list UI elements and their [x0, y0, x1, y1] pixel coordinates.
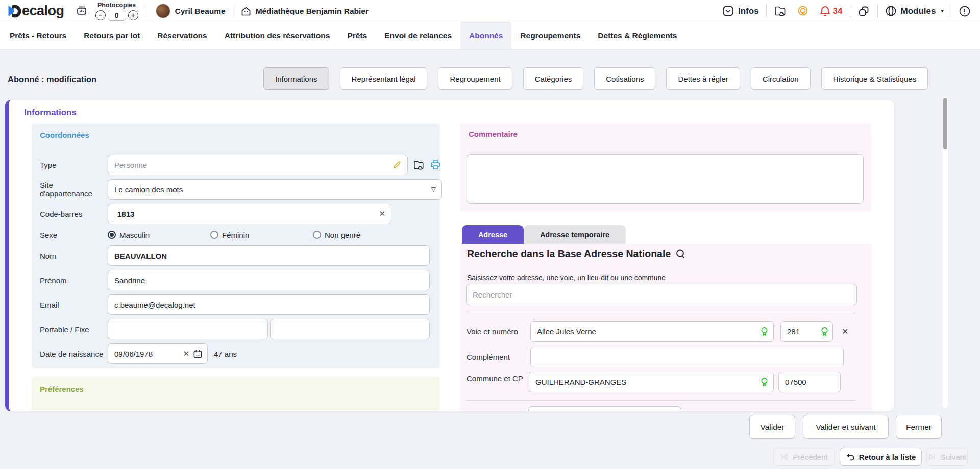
- postal-code-input[interactable]: [778, 372, 841, 392]
- decalog-logo-icon: [7, 4, 21, 19]
- notification-bell-icon[interactable]: [819, 5, 831, 17]
- validate-button[interactable]: Valider: [749, 415, 795, 439]
- decalog-logo[interactable]: ecalog: [7, 3, 64, 19]
- preferences-title: Préférences: [40, 385, 432, 393]
- nav-abonnes[interactable]: Abonnés: [460, 22, 511, 49]
- commentaire-section: Commentaire: [460, 124, 871, 211]
- tab-regroupement[interactable]: Regroupement: [438, 67, 512, 90]
- info-circle-icon[interactable]: [959, 5, 971, 17]
- nav-dettes-reglements[interactable]: Dettes & Règlements: [589, 22, 685, 49]
- vertical-scrollbar[interactable]: [943, 97, 948, 408]
- close-button[interactable]: Fermer: [896, 415, 942, 439]
- nav-envoi-relances[interactable]: Envoi de relances: [376, 22, 460, 49]
- photocopies-decrement-button[interactable]: −: [95, 10, 106, 20]
- calendar-icon[interactable]: [193, 349, 203, 359]
- ban-valid-icon: [760, 327, 769, 337]
- folder-cloud-icon[interactable]: [774, 5, 787, 17]
- sexe-label: Sexe: [40, 231, 108, 239]
- photocopies-label: Photocopies: [95, 2, 139, 9]
- site-row: Site d'appartenance ▽: [40, 179, 430, 200]
- back-to-list-button[interactable]: Retour à la liste: [840, 448, 922, 466]
- email-row: Email: [40, 294, 430, 315]
- modules-menu[interactable]: Modules ▾: [885, 5, 944, 17]
- print-icon[interactable]: [430, 159, 441, 170]
- radio-feminin[interactable]: Féminin: [210, 231, 313, 239]
- photocopies-count-input[interactable]: [108, 10, 126, 21]
- tab-adresse[interactable]: Adresse: [462, 225, 524, 244]
- divider: [466, 400, 855, 401]
- search-icon[interactable]: [675, 249, 687, 260]
- validate-next-button[interactable]: Valider et suivant: [803, 415, 889, 439]
- notification-count: 34: [833, 6, 843, 16]
- tab-adresse-temporaire[interactable]: Adresse temporaire: [524, 225, 626, 244]
- city-input[interactable]: [529, 372, 774, 392]
- radio-masculin[interactable]: Masculin: [108, 231, 210, 239]
- copier-icon[interactable]: [76, 5, 88, 17]
- next-button[interactable]: Suivant: [926, 448, 968, 466]
- nav-prets-retours[interactable]: Prêts - Retours: [1, 22, 75, 49]
- nav-reservations[interactable]: Réservations: [149, 22, 215, 49]
- ban-hint: Saisissez votre adresse, une voie, un li…: [467, 274, 666, 282]
- email-input[interactable]: [108, 294, 430, 315]
- tab-informations[interactable]: Informations: [263, 67, 329, 90]
- nav-retours-par-lot[interactable]: Retours par lot: [75, 22, 149, 49]
- type-input[interactable]: [108, 155, 408, 175]
- radio-circle: [108, 231, 116, 239]
- tab-historique-statistiques[interactable]: Historique & Statistiques: [821, 67, 928, 90]
- previous-button[interactable]: Précédent: [773, 448, 835, 466]
- street-input[interactable]: [530, 321, 774, 342]
- mobile-phone-input[interactable]: [108, 319, 268, 339]
- broadcast-icon[interactable]: [797, 5, 809, 17]
- barcode-label: Code-barres: [40, 210, 108, 218]
- nom-input[interactable]: [108, 245, 430, 266]
- barcode-input[interactable]: [108, 204, 391, 224]
- nav-prets[interactable]: Prêts: [338, 22, 376, 49]
- clear-barcode-icon[interactable]: ✕: [379, 209, 385, 218]
- modules-icon: [885, 5, 897, 17]
- library-name: Médiathèque Benjamin Rabier: [256, 7, 369, 16]
- city-label: Commune et CP: [467, 374, 529, 383]
- nav-regroupements[interactable]: Regroupements: [511, 22, 589, 49]
- commentaire-textarea[interactable]: [467, 154, 864, 204]
- undo-icon: [846, 452, 855, 461]
- edit-pencil-icon[interactable]: [393, 160, 402, 169]
- radio-circle: [313, 231, 321, 239]
- clipped-input[interactable]: [528, 406, 681, 411]
- user-menu[interactable]: Cyril Beaume: [156, 4, 226, 18]
- infos-button[interactable]: Infos: [722, 5, 759, 17]
- complement-input[interactable]: [530, 347, 844, 367]
- sexe-row: Sexe Masculin Féminin Non genré: [40, 228, 430, 241]
- tab-representant-legal[interactable]: Représentant légal: [340, 67, 428, 90]
- ban-valid-icon: [820, 327, 829, 337]
- header-divider: [766, 5, 767, 18]
- birthdate-label: Date de naissance: [40, 350, 108, 358]
- clear-address-icon[interactable]: ✕: [842, 327, 848, 336]
- preferences-section: Préférences: [32, 377, 440, 411]
- prenom-label: Prénom: [40, 276, 108, 285]
- scrollbar-thumb[interactable]: [943, 98, 947, 149]
- nav-attribution-reservations[interactable]: Attribution des réservations: [216, 22, 339, 49]
- tab-categories[interactable]: Catégories: [523, 67, 584, 90]
- tab-dettes-a-regler[interactable]: Dettes à régler: [666, 67, 740, 90]
- clear-birthdate-icon[interactable]: ✕: [183, 349, 189, 358]
- street-label: Voie et numéro: [467, 327, 529, 336]
- tab-cotisations[interactable]: Cotisations: [594, 67, 655, 90]
- ban-search-input[interactable]: [466, 284, 857, 305]
- user-name: Cyril Beaume: [175, 7, 226, 16]
- form-heading: Informations: [24, 108, 77, 118]
- landline-phone-input[interactable]: [270, 319, 430, 339]
- copy-windows-icon[interactable]: [857, 5, 870, 17]
- tab-circulation[interactable]: Circulation: [751, 67, 811, 90]
- dropdown-arrow-icon[interactable]: ▽: [431, 186, 436, 193]
- commentaire-title: Commentaire: [469, 130, 863, 138]
- radio-circle: [210, 231, 218, 239]
- library-selector[interactable]: Médiathèque Benjamin Rabier: [240, 6, 369, 17]
- header-divider: [233, 6, 233, 17]
- barcode-row: Code-barres ✕: [40, 204, 430, 224]
- type-folder-icon[interactable]: [413, 160, 425, 170]
- radio-non-genre[interactable]: Non genré: [313, 231, 415, 239]
- prenom-input[interactable]: [108, 270, 430, 290]
- site-select[interactable]: [108, 179, 442, 200]
- subscriber-form-card: Informations Coordonnées Type: [5, 100, 894, 411]
- photocopies-increment-button[interactable]: +: [128, 10, 138, 20]
